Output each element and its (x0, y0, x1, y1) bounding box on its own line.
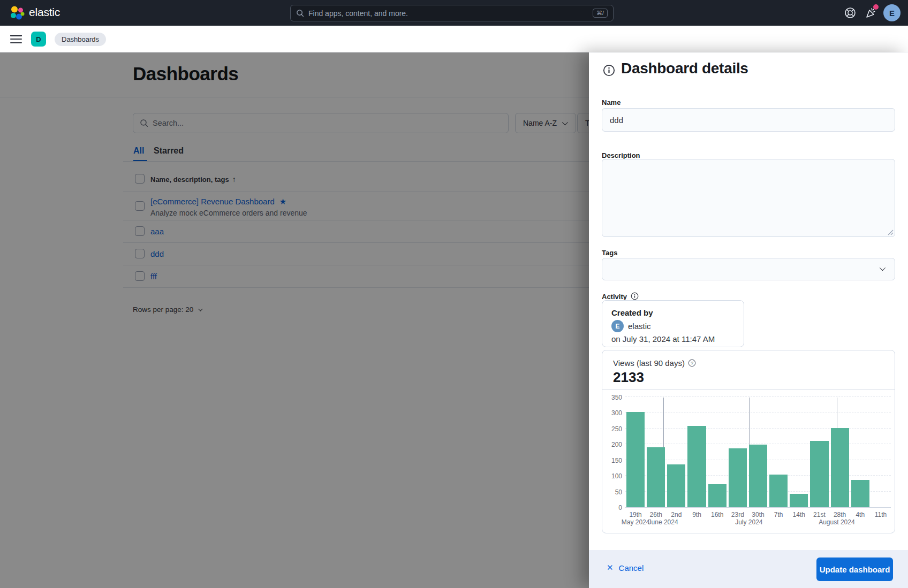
y-tick-label: 250 (611, 425, 622, 433)
flyout-title: Dashboard details (621, 60, 748, 77)
chart-bar (626, 412, 645, 507)
tags-label: Tags (602, 249, 617, 257)
svg-text:?: ? (691, 361, 693, 366)
created-by-user: elastic (628, 322, 651, 331)
x-tick-label: 30th (752, 511, 764, 518)
views-panel: Views (last 90 days)? 2133 0501001502002… (602, 350, 895, 533)
cancel-button[interactable]: ✕ Cancel (607, 563, 644, 572)
chart-bar (667, 464, 685, 507)
views-total: 2133 (613, 369, 644, 386)
brand-wordmark: elastic (29, 6, 60, 19)
chart-bar (729, 448, 747, 507)
x-tick-label: 19th (629, 511, 641, 518)
x-tick-label: 23rd (731, 511, 744, 518)
name-field[interactable] (602, 108, 895, 132)
x-tick-label: 11th (875, 511, 887, 518)
chevron-down-icon (880, 265, 886, 271)
gridline (625, 412, 891, 413)
help-icon[interactable] (844, 6, 857, 19)
notification-dot (873, 4, 879, 10)
panel-divider (602, 389, 895, 390)
search-icon (296, 9, 304, 17)
breadcrumb[interactable]: Dashboards (55, 33, 106, 46)
views-chart-xaxis: 19th26th2nd9th16th23rd30th7th14th21st28t… (625, 511, 891, 529)
x-tick-label: 26th (650, 511, 662, 518)
user-avatar: E (611, 320, 624, 332)
chart-bar (851, 480, 869, 507)
chart-bar (831, 428, 849, 507)
x-tick-label: 2nd (671, 511, 682, 518)
created-by-date: on July 31, 2024 at 11:47 AM (611, 334, 715, 343)
description-field[interactable] (602, 159, 895, 237)
space-avatar[interactable]: D (31, 32, 46, 47)
gridline (625, 444, 891, 444)
shortcut-badge: ⌘/ (593, 9, 608, 18)
y-tick-label: 200 (611, 441, 622, 448)
user-avatar[interactable]: E (883, 4, 901, 21)
views-label: Views (last 90 days)? (613, 358, 696, 368)
month-label: July 2024 (735, 518, 762, 526)
chart-bar (790, 494, 808, 507)
x-tick-label: 14th (793, 511, 805, 518)
elastic-logo-icon (10, 5, 25, 20)
views-chart-yaxis: 050100150200250300350 (602, 398, 622, 508)
created-by-heading: Created by (611, 308, 653, 317)
x-tick-label: 28th (834, 511, 846, 518)
breadcrumb-bar: D Dashboards (0, 26, 908, 52)
y-tick-label: 0 (618, 504, 622, 511)
gridline (625, 428, 891, 429)
global-search[interactable]: ⌘/ (290, 5, 614, 21)
chart-bar (769, 475, 788, 507)
resize-handle-icon[interactable] (887, 229, 894, 235)
global-search-input[interactable] (308, 9, 593, 18)
top-navbar: elastic ⌘/ E (0, 0, 908, 26)
screen: elastic ⌘/ E D Dashboards Dashboards (0, 0, 908, 588)
x-tick-label: 9th (692, 511, 701, 518)
y-tick-label: 150 (611, 457, 622, 464)
x-tick-label: 4th (856, 511, 865, 518)
y-tick-label: 100 (611, 472, 622, 480)
info-icon (603, 64, 615, 77)
close-icon: ✕ (607, 563, 614, 572)
created-by-card: Created by E elastic on July 31, 2024 at… (602, 300, 744, 347)
month-label: June 2024 (648, 518, 678, 526)
dashboard-details-flyout: Dashboard details Name Description Tags … (589, 52, 908, 588)
month-label: August 2024 (819, 518, 854, 526)
chart-bar (647, 447, 665, 507)
gridline (625, 396, 891, 397)
name-label: Name (602, 98, 621, 106)
y-tick-label: 350 (611, 394, 622, 401)
activity-label: Activity (602, 292, 639, 301)
question-icon[interactable]: ? (688, 359, 696, 367)
description-label: Description (602, 151, 640, 159)
chart-bar (687, 426, 706, 507)
flyout-footer: ✕ Cancel Update dashboard (589, 550, 908, 588)
chart-bar (810, 441, 828, 507)
update-dashboard-button[interactable]: Update dashboard (816, 558, 893, 581)
x-tick-label: 21st (813, 511, 826, 518)
menu-icon[interactable] (10, 35, 22, 43)
views-chart-plot (625, 398, 891, 508)
month-label: May 2024 (622, 518, 650, 526)
info-icon (631, 292, 639, 300)
chart-bar (749, 445, 767, 507)
y-tick-label: 50 (615, 488, 622, 496)
x-tick-label: 16th (711, 511, 723, 518)
chart-bar (708, 484, 727, 507)
tags-select[interactable] (602, 258, 895, 280)
x-tick-label: 7th (774, 511, 783, 518)
y-tick-label: 300 (611, 409, 622, 417)
